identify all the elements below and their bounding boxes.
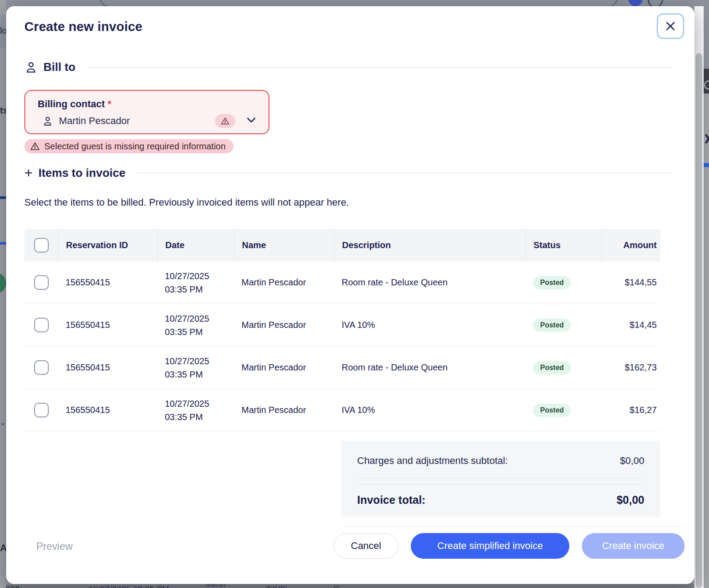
warning-icon — [221, 117, 230, 125]
close-icon — [666, 21, 675, 31]
warning-icon — [30, 142, 40, 151]
dialog-footer: Preview Cancel Create simplified invoice… — [6, 533, 694, 564]
cell-reservation-id: 156550415 — [58, 405, 157, 415]
cell-amount: $14,45 — [602, 320, 660, 330]
cell-amount: $16,27 — [602, 405, 660, 415]
cell-reservation-id: 156550415 — [58, 320, 157, 330]
chevron-down-icon — [246, 117, 257, 124]
column-header-status: Status — [526, 229, 602, 261]
cell-description: Room rate - Deluxe Queen — [334, 277, 526, 288]
background-chevron-fragment: ❯ — [704, 133, 709, 143]
cell-date: 10/27/202503:35 PM — [165, 397, 209, 424]
row-checkbox[interactable] — [34, 318, 49, 332]
section-divider — [87, 67, 674, 68]
totals-divider — [357, 484, 644, 485]
cancel-button[interactable]: Cancel — [334, 533, 398, 559]
cell-reservation-id: 156550415 — [58, 362, 157, 373]
billing-contact-error: Selected guest is missing required infor… — [24, 139, 234, 153]
select-all-checkbox[interactable] — [34, 238, 49, 253]
background-text-fragment: A — [0, 542, 6, 554]
row-checkbox[interactable] — [34, 360, 49, 375]
background-chevron-fragment: ⌄ — [0, 418, 6, 427]
plus-icon: + — [24, 166, 33, 180]
backdrop-right-strip: ❯ — [704, 0, 709, 588]
backdrop-left-strip: lo ts ⌄ A — [0, 0, 6, 588]
section-title: Bill to — [43, 60, 75, 74]
table-row: 156550415 10/27/202503:35 PM Martin Pesc… — [24, 304, 660, 347]
background-table-fragment: 10/27/2025 03:35 PM — [89, 584, 169, 588]
status-badge: Posted — [533, 404, 571, 417]
backdrop-bottom-strip: 1250 10/27/2025 03:35 PM Martin DS(5) C — [6, 584, 704, 588]
background-line-fragment — [704, 163, 709, 167]
preview-button[interactable]: Preview — [36, 541, 73, 553]
invoice-totals-panel: Charges and adjustments subtotal: $0,00 … — [341, 441, 660, 517]
invoice-total-label: Invoice total: — [357, 494, 425, 506]
background-table-fragment: DS(5) — [266, 584, 288, 588]
background-help-icon-fragment — [648, 0, 663, 6]
cell-name: Martin Pescador — [234, 320, 334, 330]
create-invoice-dialog: Create new invoice Bill to Billing conta… — [6, 6, 694, 584]
row-checkbox[interactable] — [34, 275, 49, 290]
section-title: Items to invoice — [39, 166, 126, 180]
items-section-header: + Items to invoice — [24, 166, 674, 180]
billing-contact-label: Billing contact * — [38, 98, 111, 110]
background-band-fragment — [704, 0, 709, 69]
cell-amount: $162,73 — [602, 362, 660, 373]
cell-description: IVA 10% — [334, 405, 526, 415]
billing-contact-value-row: Martin Pescador — [42, 115, 130, 127]
table-row: 156550415 10/27/202503:35 PM Martin Pesc… — [24, 347, 660, 389]
cell-date: 10/27/202503:35 PM — [165, 312, 209, 339]
scrollbar-thumb[interactable] — [696, 53, 702, 588]
subtotal-value: $0,00 — [620, 455, 644, 467]
dialog-title: Create new invoice — [24, 19, 142, 34]
cell-date: 10/27/202503:35 PM — [165, 354, 209, 381]
cell-description: IVA 10% — [334, 320, 526, 330]
cell-reservation-id: 156550415 — [58, 277, 157, 288]
background-search-bar-fragment — [100, 0, 618, 6]
background-line-fragment — [0, 242, 6, 245]
cell-name: Martin Pescador — [234, 405, 334, 415]
background-avatar-fragment — [628, 0, 643, 6]
background-table-fragment: C — [333, 584, 339, 588]
person-icon — [24, 61, 38, 74]
section-divider — [137, 172, 674, 173]
column-header-description: Description — [334, 229, 526, 261]
row-checkbox[interactable] — [34, 403, 49, 417]
create-simplified-invoice-button[interactable]: Create simplified invoice — [411, 533, 569, 559]
column-header-name: Name — [234, 229, 334, 261]
background-text-fragment: lo — [0, 26, 6, 36]
create-invoice-button[interactable]: Create invoice — [582, 533, 685, 559]
totals-divider — [357, 478, 644, 479]
column-header-reservation-id: Reservation ID — [58, 229, 157, 261]
backdrop-top-strip — [6, 0, 704, 6]
background-line-fragment — [0, 196, 6, 199]
person-icon — [42, 116, 53, 127]
billing-contact-value: Martin Pescador — [59, 115, 130, 127]
billing-contact-select[interactable]: Billing contact * Martin Pescador — [24, 90, 269, 134]
invoice-total-value: $0,00 — [616, 494, 644, 506]
close-button[interactable] — [657, 13, 684, 39]
table-row: 156550415 10/27/202503:35 PM Martin Pesc… — [24, 389, 660, 432]
background-text-fragment: ts — [0, 105, 6, 116]
background-table-fragment: Martin — [206, 584, 225, 588]
status-badge: Posted — [533, 361, 571, 374]
error-message-text: Selected guest is missing required infor… — [44, 141, 226, 152]
cell-name: Martin Pescador — [234, 277, 334, 288]
status-badge: Posted — [533, 276, 571, 289]
column-header-date: Date — [157, 229, 234, 261]
bill-to-section-header: Bill to — [24, 60, 674, 74]
cell-name: Martin Pescador — [234, 362, 334, 373]
cell-date: 10/27/202503:35 PM — [165, 269, 209, 296]
required-asterisk: * — [108, 98, 112, 109]
status-badge: Posted — [533, 319, 571, 332]
table-header-row: Reservation ID Date Name Description Sta… — [24, 229, 660, 261]
field-warning-badge — [215, 114, 235, 128]
cell-description: Room rate - Deluxe Queen — [334, 362, 526, 373]
column-header-amount: Amount — [602, 229, 660, 261]
cell-amount: $144,55 — [602, 277, 660, 288]
background-table-fragment: 1250 — [6, 584, 19, 588]
subtotal-label: Charges and adjustments subtotal: — [357, 455, 508, 467]
invoice-items-table: Reservation ID Date Name Description Sta… — [24, 229, 660, 432]
background-green-circle-fragment — [0, 273, 6, 293]
items-helper-text: Select the items to be billed. Previousl… — [24, 197, 349, 208]
